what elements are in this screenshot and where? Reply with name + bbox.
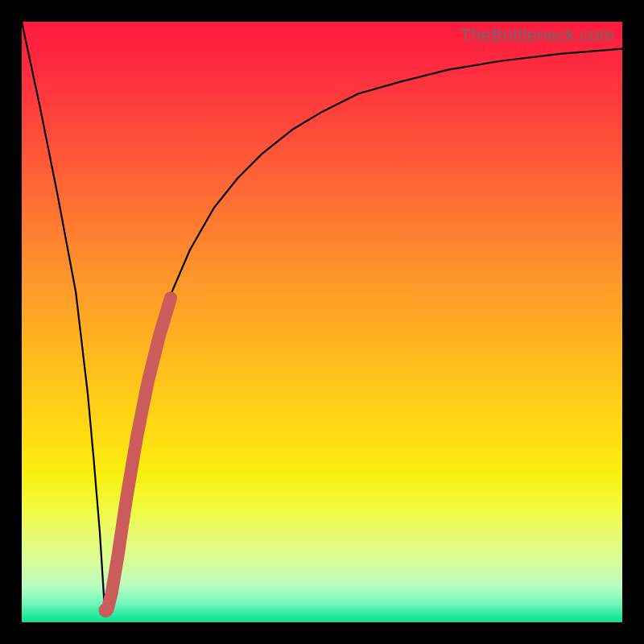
highlight-segment-path bbox=[105, 298, 171, 610]
chart-frame: TheBottleneck.com bbox=[0, 0, 644, 644]
highlight-dot bbox=[98, 603, 113, 617]
plot-area: TheBottleneck.com bbox=[22, 22, 622, 622]
curve-layer bbox=[22, 22, 622, 622]
bottleneck-curve-path bbox=[22, 22, 622, 610]
